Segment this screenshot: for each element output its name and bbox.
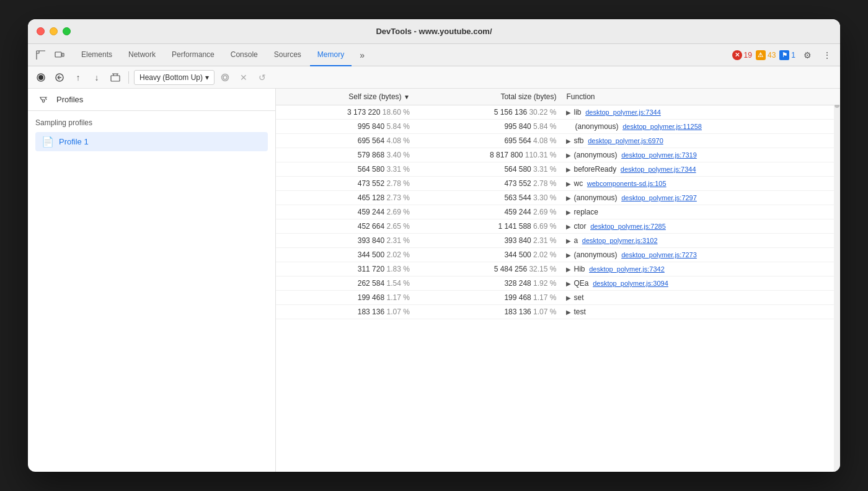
svg-rect-0 [37, 51, 39, 53]
profile-item[interactable]: 📄 Profile 1 [35, 132, 268, 151]
expand-arrow[interactable]: ▶ [566, 280, 571, 287]
source-link[interactable]: desktop_polymer.js:11258 [622, 123, 702, 130]
more-tabs-icon[interactable]: » [354, 47, 370, 63]
function-cell: ▶test [561, 305, 840, 319]
total-size-cell: 473 552 2.78 % [415, 177, 562, 191]
function-name: replace [574, 208, 598, 216]
devtools-container: Elements Network Performance Console Sou… [28, 44, 840, 472]
maximize-button[interactable] [63, 27, 71, 35]
table-row: 311 720 1.83 %5 484 256 32.15 %▶Hib desk… [276, 262, 840, 276]
total-size-header[interactable]: Total size (bytes) [415, 89, 562, 105]
expand-arrow[interactable]: ▶ [566, 166, 571, 173]
profile-label: Profile 1 [59, 137, 89, 146]
data-table[interactable]: Self size (bytes) ▼ Total size (bytes) F… [276, 89, 840, 472]
clear-icon[interactable] [107, 69, 123, 86]
show-filter-icon[interactable] [217, 69, 233, 86]
tab-performance[interactable]: Performance [164, 44, 222, 66]
tab-memory[interactable]: Memory [310, 44, 352, 66]
expand-arrow[interactable]: ▶ [566, 223, 571, 230]
source-link[interactable]: desktop_polymer.js:7319 [621, 151, 697, 159]
svg-rect-3 [55, 52, 61, 57]
self-size-cell: 473 552 2.78 % [276, 177, 415, 191]
tab-bar: Elements Network Performance Console Sou… [28, 44, 840, 66]
sidebar-filter-icon[interactable] [35, 92, 51, 108]
source-link[interactable]: desktop_polymer.js:7273 [621, 251, 697, 259]
table-row: 262 584 1.54 %328 248 1.92 %▶QEa desktop… [276, 276, 840, 291]
self-size-cell: 3 173 220 18.60 % [276, 105, 415, 120]
expand-arrow[interactable]: ▶ [566, 152, 571, 159]
function-cell: ▶(anonymous) desktop_polymer.js:7273 [561, 248, 840, 262]
sidebar: Profiles Sampling profiles 📄 Profile 1 [28, 89, 276, 472]
record-icon[interactable] [33, 69, 49, 86]
total-size-cell: 695 564 4.08 % [415, 134, 562, 148]
refresh-icon[interactable]: ↺ [254, 69, 270, 86]
device-toolbar-icon[interactable] [51, 47, 68, 63]
total-size-cell: 995 840 5.84 % [415, 120, 562, 134]
expand-arrow[interactable]: ▶ [566, 195, 571, 201]
table-row: 465 128 2.73 %563 544 3.30 %▶(anonymous)… [276, 191, 840, 205]
settings-icon[interactable]: ⚙ [799, 47, 815, 63]
self-size-header[interactable]: Self size (bytes) ▼ [276, 89, 415, 105]
scrollbar[interactable] [834, 89, 840, 472]
self-size-cell: 465 128 2.73 % [276, 191, 415, 205]
tab-sources[interactable]: Sources [267, 44, 309, 66]
source-link[interactable]: desktop_polymer.js:7344 [621, 166, 696, 173]
expand-arrow[interactable]: ▶ [566, 109, 571, 116]
svg-rect-11 [111, 76, 120, 81]
self-size-cell: 995 840 5.84 % [276, 120, 415, 134]
tab-network[interactable]: Network [121, 44, 163, 66]
total-size-cell: 183 136 1.07 % [415, 305, 562, 319]
view-mode-dropdown[interactable]: Heavy (Bottom Up) ▾ [134, 70, 215, 85]
tab-console[interactable]: Console [223, 44, 265, 66]
minimize-button[interactable] [50, 27, 58, 35]
source-link[interactable]: desktop_polymer.js:7342 [589, 265, 665, 273]
expand-arrow[interactable]: ▶ [566, 309, 571, 316]
function-cell: ▶beforeReady desktop_polymer.js:7344 [561, 162, 840, 177]
source-link[interactable]: desktop_polymer.js:3094 [593, 280, 668, 287]
source-link[interactable]: desktop_polymer.js:7344 [585, 108, 661, 116]
function-cell: ▶sfb desktop_polymer.js:6970 [561, 134, 840, 148]
table-row: 3 173 220 18.60 %5 156 136 30.22 %▶lib d… [276, 105, 840, 120]
error-icon: ✕ [732, 50, 742, 60]
inspect-element-icon[interactable] [33, 47, 49, 63]
function-name: wc [574, 179, 583, 188]
total-size-cell: 328 248 1.92 % [415, 276, 562, 291]
expand-arrow[interactable]: ▶ [566, 266, 571, 273]
table-row: 995 840 5.84 %995 840 5.84 %(anonymous) … [276, 120, 840, 134]
close-button[interactable] [37, 27, 45, 35]
devtools-window: DevTools - www.youtube.com/ [28, 19, 840, 472]
window-title: DevTools - www.youtube.com/ [376, 27, 492, 36]
function-cell: ▶Hib desktop_polymer.js:7342 [561, 262, 840, 276]
function-name: beforeReady [574, 165, 616, 174]
download-icon[interactable]: ↓ [89, 69, 105, 86]
stop-icon[interactable] [51, 69, 68, 86]
source-link[interactable]: desktop_polymer.js:7297 [621, 194, 697, 201]
table-row: 459 244 2.69 %459 244 2.69 %▶replace [276, 205, 840, 219]
expand-arrow[interactable]: ▶ [566, 180, 571, 187]
table-row: 473 552 2.78 %473 552 2.78 %▶wc webcompo… [276, 177, 840, 191]
expand-arrow[interactable]: ▶ [566, 138, 571, 144]
function-header[interactable]: Function [561, 89, 840, 105]
expand-arrow[interactable]: ▶ [566, 237, 571, 244]
source-link[interactable]: desktop_polymer.js:7285 [590, 223, 666, 230]
tab-elements[interactable]: Elements [74, 44, 120, 66]
function-name: (anonymous) [574, 250, 617, 259]
total-size-cell: 344 500 2.02 % [415, 248, 562, 262]
close-icon[interactable]: ✕ [236, 69, 252, 86]
self-size-cell: 393 840 2.31 % [276, 234, 415, 248]
svg-point-16 [223, 76, 227, 79]
more-options-icon[interactable]: ⋮ [819, 47, 835, 63]
source-link[interactable]: desktop_polymer.js:3102 [582, 237, 658, 244]
expand-arrow[interactable]: ▶ [566, 209, 571, 216]
table-row: 695 564 4.08 %695 564 4.08 %▶sfb desktop… [276, 134, 840, 148]
svg-point-6 [38, 75, 43, 80]
main-content: Profiles Sampling profiles 📄 Profile 1 [28, 89, 840, 472]
sidebar-section-label: Sampling profiles [35, 118, 268, 127]
sidebar-body: Sampling profiles 📄 Profile 1 [28, 111, 275, 472]
expand-arrow[interactable]: ▶ [566, 252, 571, 259]
source-link[interactable]: desktop_polymer.js:6970 [588, 137, 663, 144]
upload-icon[interactable]: ↑ [70, 69, 86, 86]
expand-arrow[interactable]: ▶ [566, 294, 571, 301]
source-link[interactable]: webcomponents-sd.js:105 [587, 180, 666, 187]
sidebar-header: Profiles [28, 89, 275, 111]
